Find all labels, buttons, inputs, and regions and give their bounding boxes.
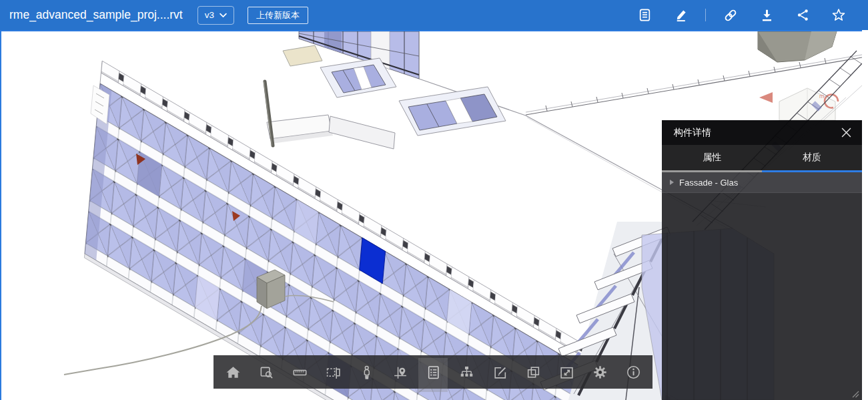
tab-properties[interactable]: 属性	[662, 145, 762, 170]
panel-tabs: 属性 材质	[662, 145, 862, 170]
topbar-actions	[637, 8, 846, 23]
resize-handle-icon[interactable]	[851, 389, 859, 397]
home-icon[interactable]	[216, 355, 250, 389]
viewer-toolbar	[213, 355, 653, 389]
roof-opening-skylight	[283, 45, 322, 66]
markup-icon[interactable]	[483, 355, 516, 389]
upload-new-version-button[interactable]: 上传新版本	[248, 7, 308, 24]
roof-parapet	[267, 115, 395, 149]
roof-pole	[264, 81, 274, 146]
model-tree-icon[interactable]	[450, 355, 483, 389]
tab-materials-label: 材质	[803, 152, 821, 164]
tab-materials[interactable]: 材质	[762, 145, 862, 170]
favorite-star-icon[interactable]	[831, 8, 846, 23]
close-icon[interactable]	[839, 126, 853, 140]
section-icon[interactable]	[316, 355, 350, 389]
annotate-pen-icon[interactable]	[673, 8, 688, 23]
expand-arrow-icon	[670, 180, 674, 185]
version-dropdown[interactable]: v3	[197, 6, 234, 25]
component-list-icon[interactable]	[416, 355, 450, 389]
info-icon[interactable]	[616, 355, 650, 389]
topbar-divider	[705, 9, 706, 21]
top-bar: rme_advanced_sample_proj....rvt v3 上传新版本	[0, 0, 868, 30]
document-icon[interactable]	[637, 8, 652, 23]
download-icon[interactable]	[759, 8, 774, 23]
box-zoom-icon[interactable]	[250, 355, 283, 389]
tab-properties-label: 属性	[703, 152, 721, 164]
panel-title: 构件详情	[674, 127, 839, 139]
massing-block	[758, 31, 837, 62]
material-item-label: Fassade - Glas	[679, 178, 738, 188]
viewcube-left-arrow-icon	[759, 92, 773, 103]
chevron-down-icon	[220, 10, 227, 20]
share-icon[interactable]	[795, 8, 810, 23]
compare-icon[interactable]	[516, 355, 550, 389]
settings-icon[interactable]	[583, 355, 616, 389]
link-icon[interactable]	[723, 8, 738, 23]
minimap-icon[interactable]	[383, 355, 416, 389]
roof-opening-3	[399, 87, 506, 136]
version-label: v3	[205, 10, 214, 20]
walkthrough-icon[interactable]	[350, 355, 383, 389]
panel-header: 构件详情	[662, 120, 862, 145]
material-item-row[interactable]: Fassade - Glas	[662, 172, 862, 193]
component-details-panel: 构件详情 属性 材质 Fassade - Glas	[662, 120, 862, 400]
fullscreen-icon[interactable]	[550, 355, 583, 389]
measure-icon[interactable]	[283, 355, 316, 389]
file-title: rme_advanced_sample_proj....rvt	[9, 8, 183, 22]
panel-body	[662, 193, 862, 400]
